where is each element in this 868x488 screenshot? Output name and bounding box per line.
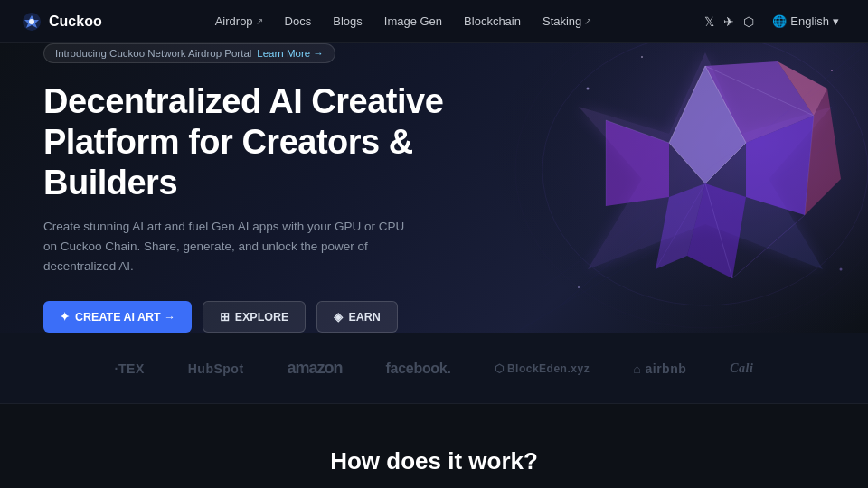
svg-point-24: [840, 268, 843, 271]
logos-row: ·TEX HubSpot amazon facebook. ⬡ BlockEde…: [43, 359, 825, 378]
nav-links: Airdrop Docs Blogs Image Gen Blockchain …: [206, 11, 601, 32]
nav-staking[interactable]: Staking: [533, 11, 600, 32]
coin-icon: ◈: [334, 310, 343, 324]
how-section: How does it work? Cuckoo incentivizes GP…: [0, 404, 868, 488]
svg-marker-4: [669, 66, 746, 183]
nav-docs[interactable]: Docs: [276, 11, 321, 32]
earn-button[interactable]: ◈ EARN: [316, 301, 397, 333]
lang-label: English: [790, 14, 829, 28]
navbar: Cuckoo Airdrop Docs Blogs Image Gen Bloc…: [0, 0, 868, 43]
svg-marker-8: [656, 183, 705, 269]
logo-polytex: ·TEX: [115, 361, 145, 376]
svg-line-13: [732, 215, 805, 278]
logo-amazon: amazon: [288, 359, 343, 378]
svg-point-1: [29, 19, 34, 24]
social-icons: 𝕏 ✈ ⬡: [704, 14, 754, 29]
announcement-link[interactable]: Learn More →: [257, 48, 324, 59]
logo-airbnb: ⌂ airbnb: [633, 361, 686, 376]
svg-point-26: [641, 56, 643, 58]
svg-marker-6: [746, 116, 814, 215]
logo-hubspot: HubSpot: [188, 361, 244, 376]
how-title: How does it work?: [43, 447, 825, 475]
explore-button[interactable]: ⊞ EXPLORE: [203, 301, 307, 333]
nav-imagegen[interactable]: Image Gen: [375, 11, 451, 32]
svg-marker-19: [805, 89, 841, 215]
svg-line-28: [515, 107, 868, 333]
logo-cali: Cali: [730, 361, 753, 376]
hero-section: Introducing Cuckoo Network Airdrop Porta…: [0, 43, 868, 333]
svg-point-20: [542, 43, 868, 305]
hero-buttons: ✦ CREATE AI ART → ⊞ EXPLORE ◈ EARN: [43, 301, 514, 333]
nav-blogs[interactable]: Blogs: [324, 11, 372, 32]
hero-content: Introducing Cuckoo Network Airdrop Porta…: [43, 43, 514, 333]
svg-point-2: [488, 43, 868, 333]
svg-line-14: [705, 183, 732, 278]
svg-line-12: [805, 116, 814, 215]
nav-right: 𝕏 ✈ ⬡ 🌐 English ▾: [704, 12, 846, 31]
cuckoo-logo-icon: [22, 12, 42, 32]
svg-marker-7: [687, 183, 746, 278]
grid-icon: ⊞: [220, 310, 230, 324]
svg-point-25: [578, 286, 580, 288]
lang-icon: 🌐: [772, 14, 787, 28]
telegram-icon[interactable]: ✈: [723, 14, 734, 29]
create-ai-art-button[interactable]: ✦ CREATE AI ART →: [43, 301, 192, 333]
logo[interactable]: Cuckoo: [22, 12, 102, 32]
hero-description: Create stunning AI art and fuel Gen AI a…: [43, 217, 405, 276]
chevron-down-icon: ▾: [833, 14, 839, 28]
language-selector[interactable]: 🌐 English ▾: [765, 12, 846, 31]
svg-point-23: [831, 70, 833, 71]
svg-marker-5: [705, 61, 814, 143]
svg-line-29: [542, 61, 859, 287]
svg-marker-9: [606, 120, 669, 206]
announcement-text: Introducing Cuckoo Network Airdrop Porta…: [55, 48, 251, 59]
svg-line-27: [561, 43, 868, 305]
svg-line-11: [705, 66, 814, 116]
svg-point-22: [587, 88, 590, 90]
nav-blockchain[interactable]: Blockchain: [455, 11, 530, 32]
svg-marker-10: [669, 66, 746, 183]
svg-line-16: [606, 120, 669, 143]
svg-marker-3: [579, 52, 832, 269]
svg-line-15: [656, 183, 705, 269]
logo-text: Cuckoo: [49, 14, 102, 30]
nav-airdrop[interactable]: Airdrop: [206, 11, 272, 32]
logo-blockeden: ⬡ BlockEden.xyz: [495, 362, 590, 375]
hero-title: Decentralized AI Creative Platform for C…: [43, 81, 514, 202]
svg-point-21: [515, 43, 868, 328]
svg-marker-18: [778, 61, 827, 116]
sparkle-icon: ✦: [60, 310, 70, 324]
discord-icon[interactable]: ⬡: [743, 14, 754, 29]
twitter-icon[interactable]: 𝕏: [704, 14, 714, 29]
logo-facebook: facebook.: [386, 361, 451, 377]
logos-section: ·TEX HubSpot amazon facebook. ⬡ BlockEde…: [0, 333, 868, 404]
announcement-banner: Introducing Cuckoo Network Airdrop Porta…: [43, 43, 335, 63]
